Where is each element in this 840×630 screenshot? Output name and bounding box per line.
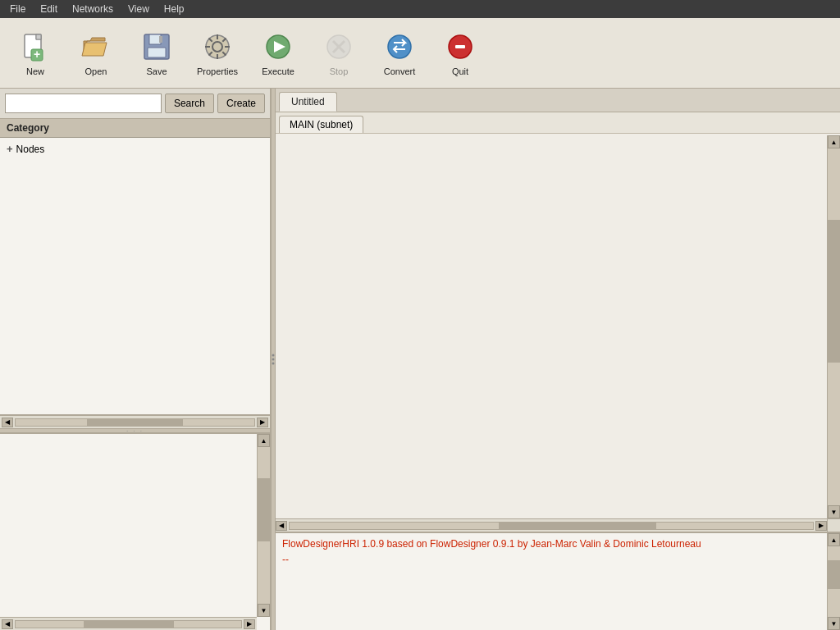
execute-icon: [262, 30, 294, 63]
svg-rect-6: [148, 48, 166, 57]
vscroll-track[interactable]: [258, 447, 270, 604]
new-icon: +: [19, 30, 52, 63]
execute-button[interactable]: Execute: [249, 22, 307, 84]
quit-icon: [444, 30, 477, 63]
nodes-label: Nodes: [16, 144, 45, 155]
convert-label: Convert: [384, 66, 416, 76]
status-vscroll-down-btn[interactable]: ▼: [828, 617, 840, 630]
stop-icon: [322, 30, 355, 63]
canvas-hscroll-left-btn[interactable]: ◀: [276, 521, 287, 531]
bottom-left-vscroll[interactable]: ▲ ▼: [257, 434, 270, 617]
bottom-left-panel: ▲ ▼ ◀ ▶: [0, 433, 270, 630]
tab-bar: Untitled: [276, 89, 840, 112]
status-text: FlowDesignerHRI 1.0.9 based on FlowDesig…: [276, 533, 840, 571]
canvas-hscroll[interactable]: ◀ ▶: [276, 518, 827, 532]
svg-rect-25: [455, 45, 465, 48]
search-bar: Search Create: [0, 89, 270, 119]
hscroll-left-btn[interactable]: ◀: [2, 418, 13, 427]
main-content: Search Create Category + Nodes ◀ ▶: [0, 89, 840, 630]
create-button[interactable]: Create: [217, 94, 265, 113]
canvas-hscroll-track[interactable]: [289, 522, 814, 530]
hscroll-right-btn[interactable]: ▶: [257, 418, 268, 427]
quit-button[interactable]: Quit: [431, 22, 489, 84]
canvas-vscroll-down-btn[interactable]: ▼: [828, 505, 840, 518]
untitled-tab[interactable]: Untitled: [279, 92, 337, 112]
stop-label: Stop: [330, 66, 349, 76]
properties-label: Properties: [197, 66, 238, 76]
left-panel: Search Create Category + Nodes ◀ ▶: [0, 89, 271, 630]
menubar: File Edit Networks View Help: [0, 0, 840, 18]
menu-view[interactable]: View: [121, 2, 156, 16]
category-list[interactable]: + Nodes: [0, 138, 270, 415]
bottom-hscroll-right-btn[interactable]: ▶: [244, 619, 255, 629]
status-vscroll-thumb[interactable]: [828, 560, 840, 588]
open-button[interactable]: Open: [67, 22, 125, 84]
menu-file[interactable]: File: [3, 2, 32, 16]
properties-button[interactable]: Properties: [189, 22, 246, 84]
canvas-hscroll-thumb[interactable]: [499, 523, 655, 529]
new-label: New: [26, 66, 44, 76]
menu-help[interactable]: Help: [158, 2, 191, 16]
status-bar: FlowDesignerHRI 1.0.9 based on FlowDesig…: [276, 532, 840, 630]
canvas-inner[interactable]: [276, 135, 827, 518]
properties-icon: [201, 30, 234, 63]
vscroll-down-btn[interactable]: ▼: [258, 604, 270, 617]
menu-edit[interactable]: Edit: [34, 2, 64, 16]
right-panel: Untitled MAIN (subnet) ▲ ▼ ◀: [276, 89, 840, 630]
vscroll-thumb[interactable]: [258, 478, 270, 541]
open-label: Open: [85, 66, 107, 76]
menu-networks[interactable]: Networks: [66, 2, 120, 16]
hscroll-thumb[interactable]: [87, 419, 182, 426]
bottom-hscroll-track[interactable]: [15, 620, 242, 628]
search-input[interactable]: [5, 94, 162, 113]
category-header: Category: [0, 119, 270, 138]
status-vscroll-up-btn[interactable]: ▲: [828, 533, 840, 546]
subnet-tab-bar: MAIN (subnet): [276, 112, 840, 134]
status-line1: FlowDesignerHRI 1.0.9 based on FlowDesig…: [282, 536, 833, 552]
svg-point-26: [272, 354, 275, 357]
svg-rect-5: [149, 34, 161, 44]
svg-point-23: [388, 35, 411, 58]
bottom-hscroll-left-btn[interactable]: ◀: [2, 619, 13, 629]
toolbar: + New Open Save: [0, 18, 840, 89]
canvas-vscroll-up-btn[interactable]: ▲: [828, 135, 840, 148]
save-icon: [140, 30, 173, 63]
category-hscrollbar[interactable]: ◀ ▶: [0, 415, 270, 428]
stop-button[interactable]: Stop: [310, 22, 368, 84]
hscroll-track[interactable]: [15, 418, 255, 427]
svg-rect-7: [159, 36, 162, 43]
execute-label: Execute: [262, 66, 294, 76]
canvas-vscroll-thumb[interactable]: [828, 220, 840, 363]
status-vscroll-track[interactable]: [828, 546, 840, 617]
quit-label: Quit: [452, 66, 468, 76]
main-subnet-tab[interactable]: MAIN (subnet): [279, 116, 363, 133]
convert-button[interactable]: Convert: [371, 22, 428, 84]
canvas-hscroll-right-btn[interactable]: ▶: [815, 521, 827, 531]
nodes-item[interactable]: + Nodes: [0, 141, 270, 157]
vscroll-up-btn[interactable]: ▲: [258, 434, 270, 447]
convert-icon: [383, 30, 416, 63]
expand-icon: +: [7, 143, 13, 155]
bottom-hscroll-thumb[interactable]: [84, 621, 174, 628]
save-label: Save: [146, 66, 167, 76]
category-panel: Category + Nodes ◀ ▶: [0, 119, 270, 428]
bottom-left-hscroll[interactable]: ◀ ▶: [0, 617, 257, 630]
search-button[interactable]: Search: [165, 94, 214, 113]
scrollbar-corner: [827, 518, 840, 532]
canvas-area: MAIN (subnet) ▲ ▼ ◀ ▶: [276, 112, 840, 532]
svg-text:+: +: [34, 48, 40, 61]
open-icon: [80, 30, 112, 63]
svg-point-27: [272, 358, 275, 361]
new-button[interactable]: + New: [7, 22, 64, 84]
status-line2: --: [282, 552, 833, 568]
status-vscroll[interactable]: ▲ ▼: [827, 533, 840, 630]
save-button[interactable]: Save: [128, 22, 185, 84]
canvas-vscroll[interactable]: ▲ ▼: [827, 135, 840, 518]
svg-point-28: [272, 363, 275, 365]
canvas-vscroll-track[interactable]: [828, 148, 840, 505]
